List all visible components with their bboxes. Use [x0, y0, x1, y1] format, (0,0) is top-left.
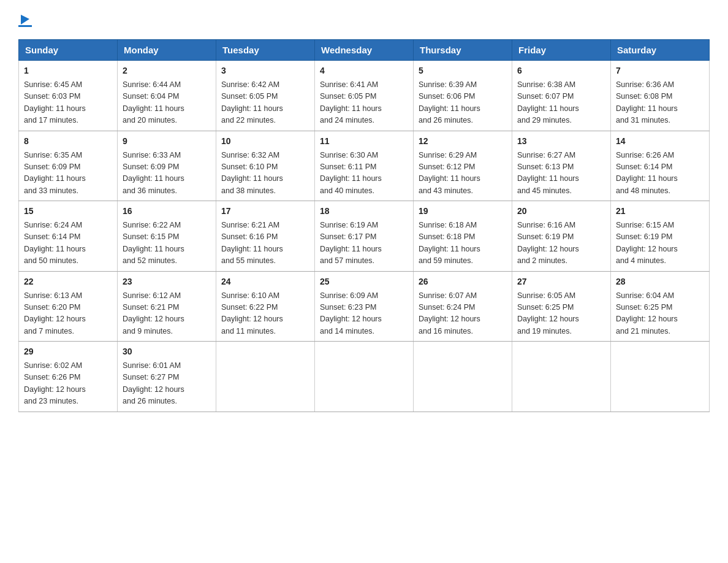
calendar-cell: 25Sunrise: 6:09 AMSunset: 6:23 PMDayligh…	[315, 271, 414, 342]
day-number: 25	[320, 275, 408, 288]
calendar-cell: 26Sunrise: 6:07 AMSunset: 6:24 PMDayligh…	[414, 271, 512, 342]
day-number: 6	[517, 64, 605, 77]
calendar-cell: 29Sunrise: 6:02 AMSunset: 6:26 PMDayligh…	[19, 342, 118, 412]
day-number: 18	[320, 205, 408, 218]
calendar-cell: 13Sunrise: 6:27 AMSunset: 6:13 PMDayligh…	[512, 131, 611, 201]
day-info: Sunrise: 6:30 AMSunset: 6:11 PMDaylight:…	[320, 150, 408, 197]
day-info: Sunrise: 6:39 AMSunset: 6:06 PMDaylight:…	[419, 79, 507, 127]
day-info: Sunrise: 6:02 AMSunset: 6:26 PMDaylight:…	[24, 360, 112, 408]
day-number: 30	[123, 345, 211, 358]
day-info: Sunrise: 6:09 AMSunset: 6:23 PMDaylight:…	[320, 290, 408, 338]
day-number: 12	[419, 135, 507, 148]
calendar-cell: 21Sunrise: 6:15 AMSunset: 6:19 PMDayligh…	[611, 201, 710, 272]
calendar-cell: 19Sunrise: 6:18 AMSunset: 6:18 PMDayligh…	[414, 201, 512, 272]
day-info: Sunrise: 6:18 AMSunset: 6:18 PMDaylight:…	[419, 220, 507, 267]
day-info: Sunrise: 6:04 AMSunset: 6:25 PMDaylight:…	[616, 290, 704, 338]
day-number: 11	[320, 135, 408, 148]
calendar-cell: 5Sunrise: 6:39 AMSunset: 6:06 PMDaylight…	[414, 61, 512, 131]
calendar-cell: 8Sunrise: 6:35 AMSunset: 6:09 PMDaylight…	[19, 131, 118, 201]
day-info: Sunrise: 6:05 AMSunset: 6:25 PMDaylight:…	[517, 290, 605, 338]
calendar-cell	[414, 342, 512, 412]
calendar-cell: 2Sunrise: 6:44 AMSunset: 6:04 PMDaylight…	[118, 61, 216, 131]
calendar-cell: 30Sunrise: 6:01 AMSunset: 6:27 PMDayligh…	[118, 342, 216, 412]
day-number: 17	[221, 205, 309, 218]
day-number: 10	[221, 135, 309, 148]
day-number: 5	[419, 64, 507, 77]
day-number: 19	[419, 205, 507, 218]
calendar-cell	[216, 342, 315, 412]
day-number: 20	[517, 205, 605, 218]
day-info: Sunrise: 6:22 AMSunset: 6:15 PMDaylight:…	[123, 220, 211, 267]
day-number: 2	[123, 64, 211, 77]
day-number: 8	[24, 135, 112, 148]
day-info: Sunrise: 6:45 AMSunset: 6:03 PMDaylight:…	[24, 79, 112, 127]
svg-marker-0	[21, 15, 29, 25]
logo-underline	[18, 25, 32, 27]
calendar-cell: 27Sunrise: 6:05 AMSunset: 6:25 PMDayligh…	[512, 271, 611, 342]
day-info: Sunrise: 6:21 AMSunset: 6:16 PMDaylight:…	[221, 220, 309, 267]
day-info: Sunrise: 6:07 AMSunset: 6:24 PMDaylight:…	[419, 290, 507, 338]
page-header	[18, 12, 710, 27]
header-friday: Friday	[512, 40, 611, 61]
day-number: 13	[517, 135, 605, 148]
header-monday: Monday	[118, 40, 216, 61]
header-tuesday: Tuesday	[216, 40, 315, 61]
calendar-cell: 7Sunrise: 6:36 AMSunset: 6:08 PMDaylight…	[611, 61, 710, 131]
calendar-table: SundayMondayTuesdayWednesdayThursdayFrid…	[18, 39, 710, 412]
day-info: Sunrise: 6:32 AMSunset: 6:10 PMDaylight:…	[221, 150, 309, 197]
day-info: Sunrise: 6:44 AMSunset: 6:04 PMDaylight:…	[123, 79, 211, 127]
calendar-cell: 17Sunrise: 6:21 AMSunset: 6:16 PMDayligh…	[216, 201, 315, 272]
calendar-cell: 20Sunrise: 6:16 AMSunset: 6:19 PMDayligh…	[512, 201, 611, 272]
calendar-cell: 22Sunrise: 6:13 AMSunset: 6:20 PMDayligh…	[19, 271, 118, 342]
week-row-1: 1Sunrise: 6:45 AMSunset: 6:03 PMDaylight…	[19, 61, 710, 131]
calendar-cell: 11Sunrise: 6:30 AMSunset: 6:11 PMDayligh…	[315, 131, 414, 201]
day-info: Sunrise: 6:26 AMSunset: 6:14 PMDaylight:…	[616, 150, 704, 197]
day-info: Sunrise: 6:41 AMSunset: 6:05 PMDaylight:…	[320, 79, 408, 127]
header-saturday: Saturday	[611, 40, 710, 61]
day-number: 26	[419, 275, 507, 288]
day-info: Sunrise: 6:12 AMSunset: 6:21 PMDaylight:…	[123, 290, 211, 338]
calendar-cell	[315, 342, 414, 412]
week-row-5: 29Sunrise: 6:02 AMSunset: 6:26 PMDayligh…	[19, 342, 710, 412]
calendar-cell	[611, 342, 710, 412]
calendar-cell: 16Sunrise: 6:22 AMSunset: 6:15 PMDayligh…	[118, 201, 216, 272]
day-info: Sunrise: 6:27 AMSunset: 6:13 PMDaylight:…	[517, 150, 605, 197]
calendar-cell	[512, 342, 611, 412]
day-number: 1	[24, 64, 112, 77]
day-number: 4	[320, 64, 408, 77]
calendar-cell: 1Sunrise: 6:45 AMSunset: 6:03 PMDaylight…	[19, 61, 118, 131]
day-number: 9	[123, 135, 211, 148]
calendar-cell: 4Sunrise: 6:41 AMSunset: 6:05 PMDaylight…	[315, 61, 414, 131]
calendar-cell: 23Sunrise: 6:12 AMSunset: 6:21 PMDayligh…	[118, 271, 216, 342]
calendar-cell: 12Sunrise: 6:29 AMSunset: 6:12 PMDayligh…	[414, 131, 512, 201]
day-number: 7	[616, 64, 704, 77]
day-number: 27	[517, 275, 605, 288]
header-thursday: Thursday	[414, 40, 512, 61]
day-number: 23	[123, 275, 211, 288]
day-info: Sunrise: 6:29 AMSunset: 6:12 PMDaylight:…	[419, 150, 507, 197]
day-number: 24	[221, 275, 309, 288]
calendar-cell: 10Sunrise: 6:32 AMSunset: 6:10 PMDayligh…	[216, 131, 315, 201]
week-row-4: 22Sunrise: 6:13 AMSunset: 6:20 PMDayligh…	[19, 271, 710, 342]
day-info: Sunrise: 6:35 AMSunset: 6:09 PMDaylight:…	[24, 150, 112, 197]
header-wednesday: Wednesday	[315, 40, 414, 61]
calendar-cell: 28Sunrise: 6:04 AMSunset: 6:25 PMDayligh…	[611, 271, 710, 342]
logo-triangle-icon	[18, 12, 32, 26]
day-number: 14	[616, 135, 704, 148]
day-info: Sunrise: 6:13 AMSunset: 6:20 PMDaylight:…	[24, 290, 112, 338]
calendar-cell: 9Sunrise: 6:33 AMSunset: 6:09 PMDaylight…	[118, 131, 216, 201]
day-number: 28	[616, 275, 704, 288]
week-row-2: 8Sunrise: 6:35 AMSunset: 6:09 PMDaylight…	[19, 131, 710, 201]
day-info: Sunrise: 6:19 AMSunset: 6:17 PMDaylight:…	[320, 220, 408, 267]
day-number: 15	[24, 205, 112, 218]
weekday-header-row: SundayMondayTuesdayWednesdayThursdayFrid…	[19, 40, 710, 61]
day-info: Sunrise: 6:10 AMSunset: 6:22 PMDaylight:…	[221, 290, 309, 338]
day-info: Sunrise: 6:16 AMSunset: 6:19 PMDaylight:…	[517, 220, 605, 267]
logo	[18, 12, 32, 27]
calendar-cell: 14Sunrise: 6:26 AMSunset: 6:14 PMDayligh…	[611, 131, 710, 201]
calendar-cell: 24Sunrise: 6:10 AMSunset: 6:22 PMDayligh…	[216, 271, 315, 342]
day-info: Sunrise: 6:42 AMSunset: 6:05 PMDaylight:…	[221, 79, 309, 127]
day-number: 3	[221, 64, 309, 77]
week-row-3: 15Sunrise: 6:24 AMSunset: 6:14 PMDayligh…	[19, 201, 710, 272]
header-sunday: Sunday	[19, 40, 118, 61]
